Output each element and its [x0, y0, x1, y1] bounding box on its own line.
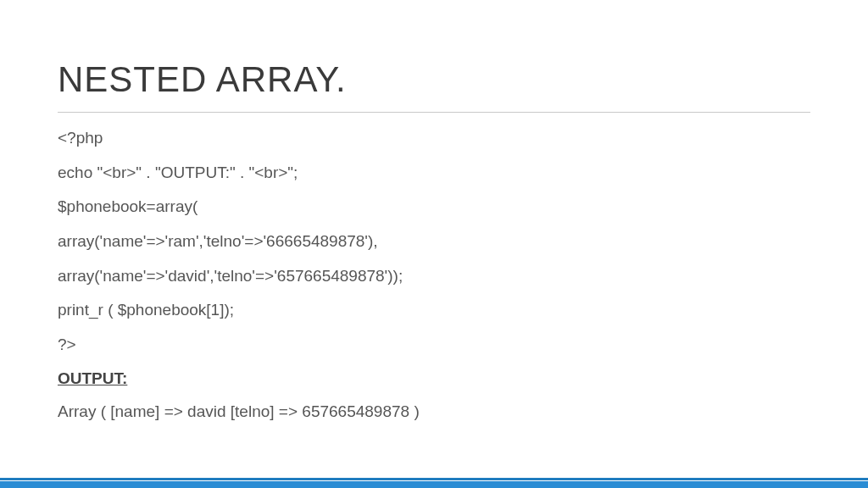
page-title: NESTED ARRAY.: [58, 59, 810, 100]
code-line-5: array('name'=>'david','telno'=>'65766548…: [58, 266, 810, 287]
slide-footer-bar: [0, 478, 868, 488]
output-text: Array ( [name] => david [telno] => 65766…: [58, 402, 810, 423]
title-divider: [58, 112, 810, 113]
output-label: OUTPUT:: [58, 369, 810, 388]
code-line-6: print_r ( $phonebook[1]);: [58, 300, 810, 321]
footer-bar-bottom: [0, 481, 868, 488]
code-line-7: ?>: [58, 335, 810, 356]
code-line-1: <?php: [58, 128, 810, 149]
code-line-2: echo "<br>" . "OUTPUT:" . "<br>";: [58, 163, 810, 184]
code-line-4: array('name'=>'ram','telno'=>'6666548987…: [58, 231, 810, 252]
slide: NESTED ARRAY. <?php echo "<br>" . "OUTPU…: [0, 0, 868, 488]
code-line-3: $phonebook=array(: [58, 197, 810, 218]
